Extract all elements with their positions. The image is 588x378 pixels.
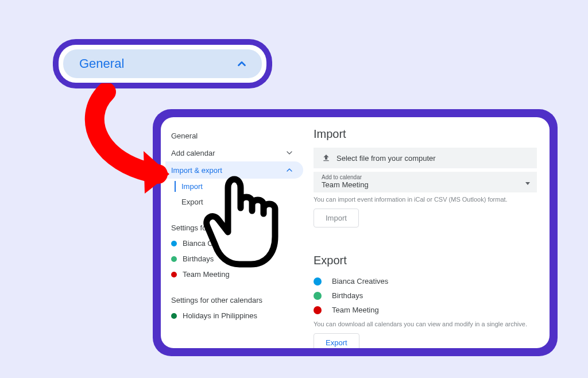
my-calendar-item[interactable]: Bianca Creatives bbox=[171, 236, 303, 251]
general-callout-inner: General bbox=[59, 45, 266, 83]
select-file-button[interactable]: Select file from your computer bbox=[314, 148, 537, 168]
calendar-dot-icon bbox=[171, 241, 177, 246]
section-my-calendars-heading: Settings for my calendars bbox=[171, 223, 303, 232]
calendar-item-label: Holidays in Philippines bbox=[183, 311, 257, 320]
nav-export[interactable]: Export bbox=[171, 194, 303, 210]
nav-add-calendar-label: Add calendar bbox=[171, 149, 215, 157]
general-label: General bbox=[79, 56, 124, 71]
calendar-item-label: Birthdays bbox=[183, 254, 214, 263]
nav-import-label: Import bbox=[181, 182, 203, 191]
calendar-dot-icon bbox=[314, 277, 322, 286]
add-to-calendar-label: Add to calendar bbox=[322, 174, 529, 180]
nav-import[interactable]: Import bbox=[171, 179, 303, 194]
nav-import-export-label: Import & export bbox=[171, 166, 222, 175]
chevron-up-icon bbox=[285, 165, 294, 175]
calendar-dot-icon bbox=[314, 306, 322, 314]
import-heading: Import bbox=[314, 128, 537, 141]
chevron-down-icon bbox=[285, 148, 294, 157]
sidebar: General Add calendar Import & export Imp… bbox=[161, 117, 303, 348]
calendar-item-label: Team Meeting bbox=[183, 270, 230, 279]
nav-export-label: Export bbox=[181, 198, 203, 206]
export-calendar-label: Team Meeting bbox=[332, 306, 379, 314]
main-panel: Import Select file from your computer Ad… bbox=[303, 117, 550, 348]
calendar-dot-icon bbox=[314, 292, 322, 300]
export-help-text: You can download all calendars you can v… bbox=[314, 321, 537, 327]
other-calendar-item[interactable]: Holidays in Philippines bbox=[171, 308, 303, 323]
export-calendar-label: Bianca Creatives bbox=[332, 277, 388, 286]
section-other-calendars-heading: Settings for other calendars bbox=[171, 296, 303, 304]
add-to-calendar-select[interactable]: Add to calendar Team Meeting bbox=[314, 172, 537, 192]
settings-panel: General Add calendar Import & export Imp… bbox=[161, 117, 550, 348]
upload-icon bbox=[322, 153, 331, 163]
nav-add-calendar[interactable]: Add calendar bbox=[171, 144, 303, 161]
export-heading: Export bbox=[314, 254, 537, 267]
export-calendar-item: Birthdays bbox=[314, 288, 537, 303]
nav-general-label: General bbox=[171, 132, 198, 140]
general-nav-item[interactable]: General bbox=[63, 49, 262, 78]
export-calendar-item: Bianca Creatives bbox=[314, 274, 537, 288]
export-calendar-label: Birthdays bbox=[332, 291, 363, 300]
calendar-item-label: Bianca Creatives bbox=[183, 239, 239, 248]
settings-panel-wrap: General Add calendar Import & export Imp… bbox=[153, 109, 558, 356]
my-calendar-item[interactable]: Team Meeting bbox=[171, 267, 303, 282]
add-to-calendar-value: Team Meeting bbox=[322, 180, 529, 189]
nav-import-export[interactable]: Import & export bbox=[165, 161, 303, 179]
chevron-up-icon bbox=[235, 57, 248, 70]
import-help-text: You can import event information in iCal… bbox=[314, 196, 537, 203]
calendar-dot-icon bbox=[171, 313, 177, 319]
export-button[interactable]: Export bbox=[314, 333, 359, 348]
export-calendar-item: Team Meeting bbox=[314, 303, 537, 317]
import-button[interactable]: Import bbox=[314, 209, 359, 227]
calendar-dot-icon bbox=[171, 256, 177, 262]
my-calendar-item[interactable]: Birthdays bbox=[171, 251, 303, 267]
select-file-label: Select file from your computer bbox=[336, 154, 436, 163]
calendar-dot-icon bbox=[171, 272, 177, 277]
general-callout: General bbox=[53, 39, 272, 88]
nav-general[interactable]: General bbox=[171, 128, 303, 144]
